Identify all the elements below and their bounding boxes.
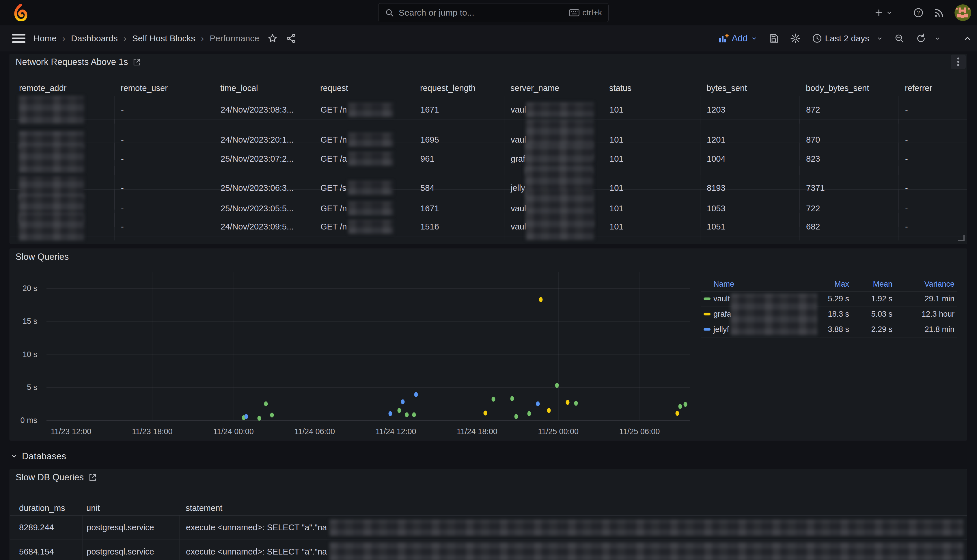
request-prefix: GET /n	[320, 222, 347, 232]
legend-value-variance: 21.8 min	[891, 325, 954, 334]
legend-series-name[interactable]: jellyf	[714, 325, 729, 334]
time-range-picker[interactable]: Last 2 days	[812, 33, 883, 43]
cell-unit: postgresql.service	[82, 540, 179, 560]
chart-legend: NameMaxMeanVariancevault5.29 s1.92 s29.1…	[10, 249, 967, 440]
zoom-out-icon	[894, 33, 905, 43]
breadcrumb-separator: ›	[123, 33, 127, 43]
breadcrumb-separator: ›	[62, 33, 65, 43]
external-link-icon[interactable]	[88, 473, 97, 482]
column-header-body_bytes_sent[interactable]: body_bytes_sent	[799, 83, 899, 93]
search-box[interactable]: ctrl+k	[378, 3, 609, 22]
search-input[interactable]	[399, 8, 569, 18]
grafana-logo[interactable]	[13, 4, 29, 22]
legend-header-variance[interactable]: Variance	[891, 280, 954, 289]
request-prefix: GET /n	[320, 204, 347, 213]
refresh-button[interactable]	[915, 33, 941, 44]
cell-status: 101	[603, 213, 700, 240]
cell-remote-user: -	[114, 213, 214, 240]
news-button[interactable]	[934, 7, 945, 18]
help-button[interactable]: ?	[913, 7, 924, 18]
grafana-logo-icon	[13, 4, 29, 22]
column-header-unit[interactable]: unit	[82, 503, 179, 513]
column-header-remote_addr[interactable]: remote_addr	[10, 83, 114, 93]
network-requests-table: remote_addrremote_usertime_localrequestr…	[10, 80, 967, 237]
dashboard-settings-button[interactable]	[790, 33, 801, 44]
redacted-statement	[330, 520, 964, 536]
panel-title[interactable]: Slow DB Queries	[16, 472, 84, 483]
column-header-remote_user[interactable]: remote_user	[114, 83, 214, 93]
panel-title[interactable]: Network Requests Above 1s	[16, 57, 128, 67]
column-header-referrer[interactable]: referrer	[899, 83, 967, 93]
chevron-down-icon	[876, 35, 883, 42]
breadcrumb: Home›Dashboards›Self Host Blocks›Perform…	[33, 33, 259, 43]
legend-value-mean: 2.29 s	[829, 325, 892, 334]
top-nav-actions: ?	[874, 0, 971, 25]
save-icon	[769, 33, 779, 43]
legend-value-variance: 29.1 min	[891, 295, 954, 303]
server-name-prefix: vaul	[511, 204, 526, 213]
redacted-request-path	[348, 103, 393, 117]
refresh-interval-chevron-icon[interactable]	[934, 35, 941, 42]
server-name-prefix: vaul	[511, 105, 526, 115]
legend-series-color[interactable]	[704, 313, 710, 315]
avatar-image	[954, 4, 971, 21]
legend-header-mean[interactable]: Mean	[829, 280, 892, 289]
legend-series-color[interactable]	[704, 328, 710, 331]
table-row: -24/Nov/2023:20:1...GET /n1695vaul101120…	[10, 120, 967, 143]
column-header-status[interactable]: status	[603, 83, 700, 93]
table-row: -25/Nov/2023:06:3...GET /s584jelly101819…	[10, 166, 967, 190]
redacted-request-path	[348, 220, 393, 234]
breadcrumb-item-performance[interactable]: Performance	[210, 33, 259, 43]
column-header-statement[interactable]: statement	[179, 503, 967, 513]
share-icon[interactable]	[286, 33, 296, 43]
add-button-label: Add	[732, 33, 747, 43]
add-button[interactable]: Add	[718, 33, 757, 43]
legend-series-name[interactable]: vault	[714, 295, 730, 303]
column-header-duration_ms[interactable]: duration_ms	[10, 503, 82, 513]
table-row: -24/Nov/2023:09:5...GET /n1516vaul101105…	[10, 213, 967, 237]
request-prefix: GET /a	[320, 154, 347, 164]
column-header-request_length[interactable]: request_length	[414, 83, 504, 93]
zoom-out-time-button[interactable]	[894, 33, 905, 43]
collapse-toolbar-button[interactable]	[963, 34, 972, 43]
panel-header: Network Requests Above 1s	[10, 54, 967, 70]
panel-menu-button[interactable]	[951, 55, 966, 69]
new-button[interactable]	[874, 8, 893, 18]
column-header-time_local[interactable]: time_local	[214, 83, 314, 93]
table-row: -25/Nov/2023:05:5...GET /n1671vaul101105…	[10, 190, 967, 213]
table-row: 5684.154postgresql.serviceexecute <unnam…	[10, 540, 967, 560]
legend-series-color[interactable]	[704, 298, 710, 300]
svg-text:?: ?	[917, 10, 920, 16]
grafana-dashboard: ctrl+k ?	[0, 0, 977, 560]
column-header-bytes_sent[interactable]: bytes_sent	[700, 83, 799, 93]
cell-time-local: 24/Nov/2023:09:5...	[214, 213, 314, 240]
breadcrumb-item-self-host-blocks[interactable]: Self Host Blocks	[132, 33, 195, 43]
clock-icon	[812, 33, 822, 43]
menu-button[interactable]	[12, 34, 25, 43]
breadcrumb-item-dashboards[interactable]: Dashboards	[71, 33, 118, 43]
panel-slow-db-queries: Slow DB Queries duration_msunitstatement…	[10, 469, 967, 560]
favorite-star-icon[interactable]	[267, 33, 278, 43]
cell-request: GET /n	[314, 213, 414, 240]
plus-icon	[874, 8, 884, 18]
save-dashboard-button[interactable]	[769, 33, 779, 43]
time-range-label: Last 2 days	[825, 33, 869, 43]
legend-series-name[interactable]: grafa	[714, 310, 731, 319]
cell-unit: postgresql.service	[82, 515, 179, 540]
redacted-statement	[330, 542, 964, 560]
external-link-icon[interactable]	[133, 58, 141, 67]
panel-resize-handle[interactable]	[958, 235, 965, 241]
legend-header-name[interactable]: Name	[714, 280, 734, 289]
cell-server-name: vaul	[504, 213, 603, 240]
legend-value-variance: 12.3 hour	[891, 310, 954, 319]
top-navigation: ctrl+k ?	[0, 0, 977, 25]
server-name-prefix: vaul	[511, 222, 526, 232]
section-databases[interactable]: Databases	[10, 448, 66, 464]
breadcrumb-item-home[interactable]: Home	[33, 33, 57, 43]
column-header-server_name[interactable]: server_name	[504, 83, 603, 93]
search-icon	[385, 8, 394, 17]
user-avatar[interactable]	[954, 4, 971, 21]
keyboard-shortcut-hint: ctrl+k	[569, 8, 602, 17]
column-header-request[interactable]: request	[314, 83, 414, 93]
cell-referrer: -	[899, 213, 967, 240]
